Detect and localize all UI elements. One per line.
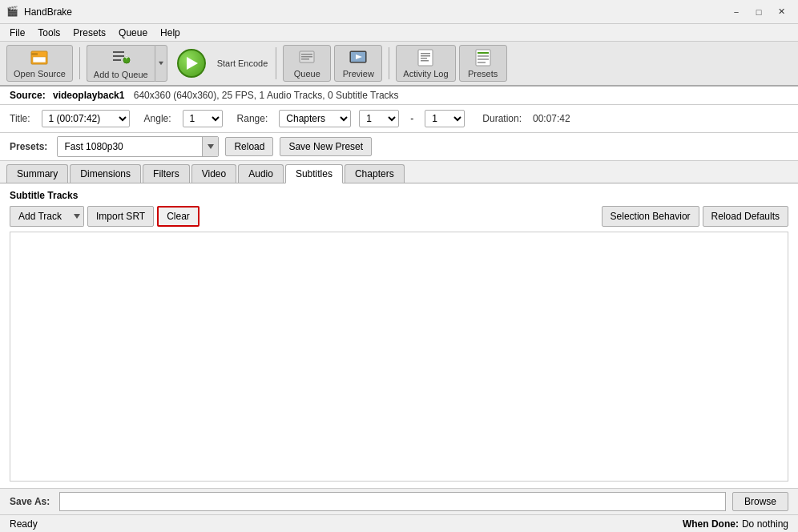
add-track-label: Add Track xyxy=(18,211,62,222)
open-source-label: Open Source xyxy=(14,69,66,79)
import-srt-button[interactable]: Import SRT xyxy=(87,206,154,227)
add-to-queue-dropdown[interactable] xyxy=(155,45,167,82)
open-source-icon xyxy=(30,48,49,67)
add-to-queue-label: Add to Queue xyxy=(94,70,148,79)
subtitle-section: Subtitle Tracks Add Track Import SRT Cle… xyxy=(0,183,798,488)
import-srt-label: Import SRT xyxy=(96,211,145,222)
minimize-button[interactable]: − xyxy=(726,4,747,20)
svg-text:+: + xyxy=(124,53,129,62)
save-row: Save As: Browse xyxy=(0,488,798,514)
tab-video[interactable]: Video xyxy=(191,164,236,183)
presets-button[interactable]: Presets xyxy=(459,45,507,82)
tab-audio[interactable]: Audio xyxy=(238,164,284,183)
tab-chapters[interactable]: Chapters xyxy=(345,164,405,183)
range-to-select[interactable]: 1 xyxy=(425,110,465,127)
angle-label: Angle: xyxy=(144,113,171,124)
menu-queue[interactable]: Queue xyxy=(112,26,154,40)
svg-rect-22 xyxy=(478,55,489,57)
menu-help[interactable]: Help xyxy=(154,26,187,40)
svg-rect-5 xyxy=(113,59,121,61)
app-title: HandBrake xyxy=(24,6,726,18)
add-to-queue-group: + Add to Queue xyxy=(87,45,167,82)
close-button[interactable]: ✕ xyxy=(771,4,792,20)
add-track-group: Add Track xyxy=(10,206,84,227)
source-bar: Source: videoplayback1 640x360 (640x360)… xyxy=(0,87,798,105)
subtitle-toolbar: Add Track Import SRT Clear Selection Beh… xyxy=(10,206,788,227)
preview-button[interactable]: Preview xyxy=(334,45,382,82)
svg-rect-9 xyxy=(301,54,312,55)
when-done-label: When Done: xyxy=(683,518,739,530)
menu-bar: File Tools Presets Queue Help xyxy=(0,24,798,42)
tab-filters[interactable]: Filters xyxy=(143,164,190,183)
save-new-preset-button[interactable]: Save New Preset xyxy=(280,137,372,156)
menu-presets[interactable]: Presets xyxy=(66,26,112,40)
source-filename: videoplayback1 xyxy=(53,90,124,101)
toolbar: Open Source + Add to Queue Start xyxy=(0,42,798,87)
range-select[interactable]: Chapters xyxy=(279,110,351,127)
presets-row: Presets: Reload Save New Preset xyxy=(0,133,798,161)
svg-rect-10 xyxy=(301,56,312,58)
activity-log-icon xyxy=(416,48,435,67)
svg-rect-3 xyxy=(113,51,124,53)
start-encode-button[interactable] xyxy=(171,45,212,82)
status-right: When Done: Do nothing xyxy=(683,518,788,530)
svg-rect-23 xyxy=(478,58,489,60)
activity-log-button[interactable]: Activity Log xyxy=(396,45,455,82)
tab-summary[interactable]: Summary xyxy=(6,164,68,183)
svg-rect-11 xyxy=(301,58,309,60)
tab-dimensions[interactable]: Dimensions xyxy=(70,164,141,183)
when-done-value: Do nothing xyxy=(742,518,788,530)
reload-defaults-button[interactable]: Reload Defaults xyxy=(703,206,788,227)
reload-defaults-label: Reload Defaults xyxy=(711,211,780,222)
title-select[interactable]: 1 (00:07:42) xyxy=(42,110,130,127)
range-label: Range: xyxy=(237,113,268,124)
start-circle xyxy=(177,49,206,78)
preview-label: Preview xyxy=(343,69,374,79)
queue-icon xyxy=(297,48,316,67)
menu-tools[interactable]: Tools xyxy=(31,26,66,40)
maximize-button[interactable]: □ xyxy=(748,4,769,20)
preset-input[interactable] xyxy=(58,137,202,156)
open-source-button[interactable]: Open Source xyxy=(6,45,73,82)
reload-button[interactable]: Reload xyxy=(225,137,273,156)
save-as-label: Save As: xyxy=(10,496,50,507)
window-controls: − □ ✕ xyxy=(726,4,792,20)
add-track-button[interactable]: Add Track xyxy=(10,206,70,227)
add-to-queue-button[interactable]: + Add to Queue xyxy=(87,45,155,82)
start-encode-label: Start Encode xyxy=(217,58,268,68)
svg-rect-18 xyxy=(421,58,427,59)
preview-icon xyxy=(349,48,368,67)
controls-row: Title: 1 (00:07:42) Angle: 1 Range: Chap… xyxy=(0,105,798,133)
selection-behavior-button[interactable]: Selection Behavior xyxy=(602,206,699,227)
status-bar: Ready When Done: Do nothing xyxy=(0,514,798,532)
title-bar: 🎬 HandBrake − □ ✕ xyxy=(0,0,798,24)
toolbar-separator-1 xyxy=(79,47,80,79)
toolbar-separator-3 xyxy=(389,47,389,79)
angle-select[interactable]: 1 xyxy=(183,110,223,127)
range-from-select[interactable]: 1 xyxy=(359,110,399,127)
tab-subtitles[interactable]: Subtitles xyxy=(285,164,343,183)
title-label: Title: xyxy=(10,113,30,124)
svg-rect-4 xyxy=(113,55,124,57)
svg-rect-1 xyxy=(31,53,38,55)
main-content: Subtitle Tracks Add Track Import SRT Cle… xyxy=(0,183,798,488)
preset-dropdown-arrow[interactable] xyxy=(202,137,218,156)
menu-file[interactable]: File xyxy=(3,26,31,40)
svg-rect-2 xyxy=(33,57,46,62)
save-as-input[interactable] xyxy=(59,492,726,511)
add-track-dropdown[interactable] xyxy=(70,206,84,227)
queue-button[interactable]: Queue xyxy=(283,45,331,82)
tabs-bar: Summary Dimensions Filters Video Audio S… xyxy=(0,161,798,183)
queue-label: Queue xyxy=(294,69,320,79)
source-info: 640x360 (640x360), 25 FPS, 1 Audio Track… xyxy=(134,90,399,101)
browse-button[interactable]: Browse xyxy=(732,492,788,511)
clear-label: Clear xyxy=(167,211,190,222)
clear-button[interactable]: Clear xyxy=(157,206,200,227)
duration-value: 00:07:42 xyxy=(533,113,570,124)
svg-rect-16 xyxy=(421,53,430,54)
add-to-queue-icon: + xyxy=(111,47,131,68)
source-label: Source: xyxy=(10,90,46,101)
ready-status: Ready xyxy=(10,518,38,530)
toolbar-separator-2 xyxy=(276,47,276,79)
presets-label-row: Presets: xyxy=(10,141,47,152)
